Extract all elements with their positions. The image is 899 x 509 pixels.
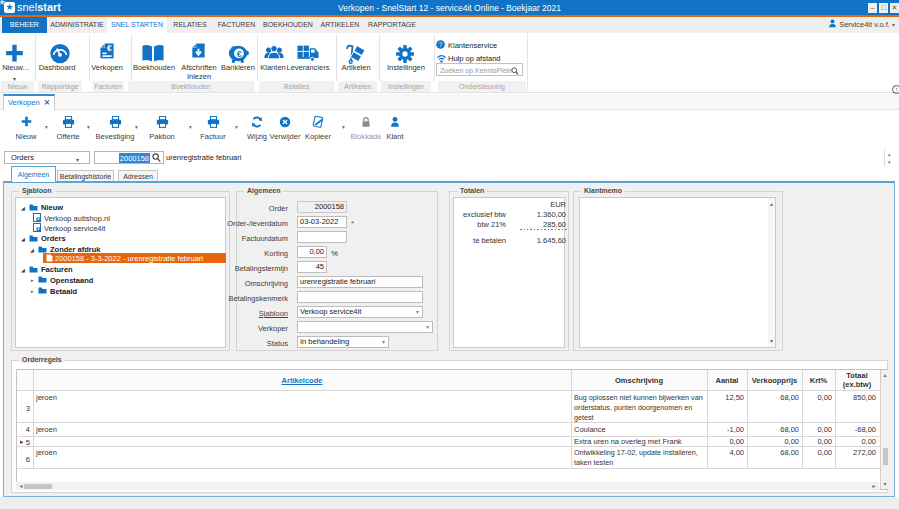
svg-text:?: ? (439, 41, 443, 48)
svg-text:€: € (237, 49, 242, 59)
svg-text:€: € (107, 43, 112, 53)
